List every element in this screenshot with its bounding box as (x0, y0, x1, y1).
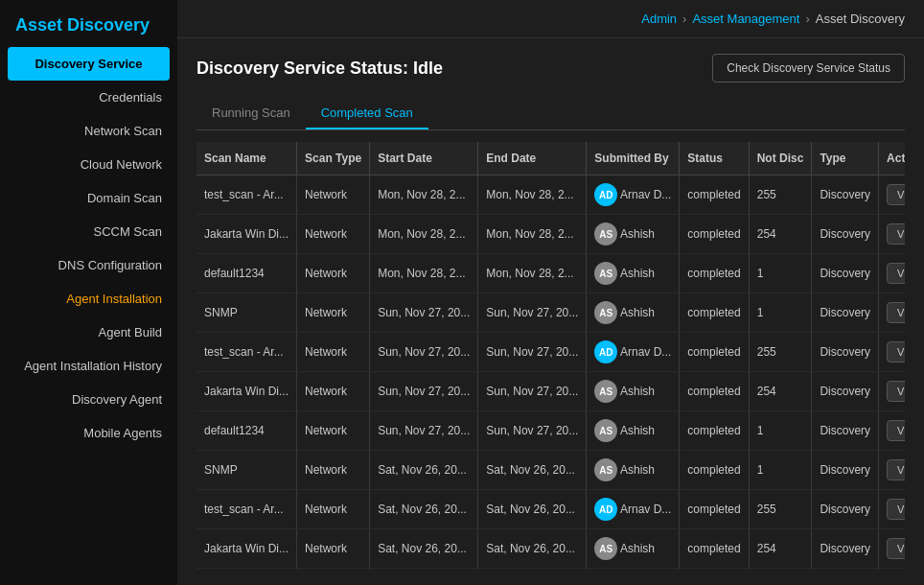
submitted-by-cell: AS Ashish (587, 451, 680, 490)
avatar: AS (594, 262, 617, 285)
actions-cell: View History (879, 372, 905, 411)
status-cell: completed (680, 529, 749, 569)
breadcrumb-current: Asset Discovery (816, 12, 905, 26)
submitted-by-cell: AS Ashish (587, 529, 680, 569)
sidebar-item-mobile-agents[interactable]: Mobile Agents (0, 416, 177, 450)
status-cell: completed (680, 176, 749, 215)
sidebar-item-agent-build[interactable]: Agent Build (0, 316, 177, 349)
end-date-cell: Sun, Nov 27, 20... (478, 411, 587, 451)
col-header-not-disc: Not Disc (749, 142, 812, 176)
tab-completed-scan[interactable]: Completed Scan (306, 98, 428, 129)
avatar: AS (594, 222, 617, 246)
not-disc-cell: 255 (749, 176, 812, 215)
sidebar-item-network-scan[interactable]: Network Scan (0, 114, 177, 148)
end-date-cell: Sat, Nov 26, 20... (478, 569, 587, 571)
scan-name-cell: test_scan - Ar... (196, 176, 297, 215)
end-date-cell: Mon, Nov 28, 2... (478, 176, 587, 215)
table-row: SNMPNetworkSun, Nov 27, 20...Sun, Nov 27… (196, 293, 905, 333)
scan-name-cell: default1234 (196, 254, 297, 293)
scan-name-cell: default1234 (196, 411, 297, 451)
sidebar-item-discovery-agent[interactable]: Discovery Agent (0, 383, 177, 416)
type-cell: Discovery (812, 333, 879, 372)
scan-type-cell: Network (297, 293, 370, 333)
not-disc-cell: 254 (749, 372, 812, 411)
start-date-cell: Sun, Nov 27, 20... (370, 293, 478, 333)
start-date-cell: Sat, Nov 26, 20... (370, 490, 478, 529)
not-disc-cell: 1 (749, 293, 812, 333)
app-title: Asset Discovery (0, 0, 177, 47)
avatar: AD (594, 498, 617, 521)
breadcrumb: Admin › Asset Management › Asset Discove… (177, 0, 924, 38)
scan-type-cell: Network (297, 529, 370, 569)
avatar: AS (594, 537, 617, 560)
view-history-button[interactable]: View History (887, 184, 905, 205)
col-header-end-date: End Date (478, 142, 587, 176)
breadcrumb-asset-management[interactable]: Asset Management (692, 12, 799, 26)
view-history-button[interactable]: View History (887, 538, 905, 559)
breadcrumb-sep-1: › (682, 12, 686, 26)
sidebar-item-domain-scan[interactable]: Domain Scan (0, 181, 177, 215)
avatar: AD (594, 340, 617, 363)
col-header-actions: Actions (879, 142, 905, 176)
status-cell: completed (680, 372, 749, 411)
table-row: Jakarta Win Di...NetworkMon, Nov 28, 2..… (196, 215, 905, 254)
type-cell: Discovery (812, 411, 879, 451)
sidebar-item-agent-installation-history[interactable]: Agent Installation History (0, 349, 177, 383)
submitted-by-cell: AS Ashish (587, 372, 680, 411)
tabs-container: Running ScanCompleted Scan (196, 98, 905, 130)
breadcrumb-sep-2: › (805, 12, 809, 26)
view-history-button[interactable]: View History (887, 263, 905, 284)
end-date-cell: Sun, Nov 27, 20... (478, 333, 587, 372)
scan-name-cell: Jakarta Win Di... (196, 529, 297, 569)
not-disc-cell: 254 (749, 215, 812, 254)
end-date-cell: Sun, Nov 27, 20... (478, 372, 587, 411)
sidebar-item-agent-installation[interactable]: Agent Installation (0, 282, 177, 316)
status-cell: completed (680, 451, 749, 490)
type-cell: Discovery (812, 451, 879, 490)
view-history-button[interactable]: View History (887, 499, 905, 520)
actions-cell: View History (879, 293, 905, 333)
breadcrumb-admin[interactable]: Admin (641, 12, 677, 26)
status-title: Discovery Service Status: Idle (196, 58, 443, 79)
table-row: test_scan - Ar...NetworkSat, Nov 26, 20.… (196, 490, 905, 529)
status-cell: completed (680, 293, 749, 333)
submitted-by-cell: AS Ashish (587, 411, 680, 451)
not-disc-cell: 1 (749, 569, 812, 571)
tab-running-scan[interactable]: Running Scan (196, 98, 306, 129)
start-date-cell: Sat, Nov 26, 20... (370, 529, 478, 569)
start-date-cell: Sun, Nov 27, 20... (370, 411, 478, 451)
sidebar-item-credentials[interactable]: Credentials (0, 81, 177, 114)
end-date-cell: Sat, Nov 26, 20... (478, 529, 587, 569)
view-history-button[interactable]: View History (887, 420, 905, 441)
end-date-cell: Sat, Nov 26, 20... (478, 490, 587, 529)
sidebar-item-cloud-network[interactable]: Cloud Network (0, 148, 177, 181)
scan-type-cell: Network (297, 411, 370, 451)
table-container: Scan NameScan TypeStart DateEnd DateSubm… (196, 142, 905, 570)
sidebar-item-sccm-scan[interactable]: SCCM Scan (0, 215, 177, 248)
type-cell: Discovery (812, 293, 879, 333)
actions-cell: View History (879, 254, 905, 293)
scan-type-cell: Network (297, 569, 370, 571)
check-discovery-button[interactable]: Check Discovery Service Status (712, 54, 905, 82)
scan-name-cell: Jakarta Win Di... (196, 215, 297, 254)
view-history-button[interactable]: View History (887, 302, 905, 323)
status-bar: Discovery Service Status: Idle Check Dis… (196, 54, 905, 82)
view-history-button[interactable]: View History (887, 381, 905, 402)
status-cell: completed (680, 490, 749, 529)
view-history-button[interactable]: View History (887, 459, 905, 480)
table-row: default1234NetworkSun, Nov 27, 20...Sun,… (196, 411, 905, 451)
actions-cell: View History (879, 490, 905, 529)
end-date-cell: Sat, Nov 26, 20... (478, 451, 587, 490)
avatar: AS (594, 301, 617, 324)
status-cell: completed (680, 254, 749, 293)
sidebar: Asset Discovery Discovery ServiceCredent… (0, 0, 177, 585)
view-history-button[interactable]: View History (887, 223, 905, 245)
view-history-button[interactable]: View History (887, 341, 905, 363)
actions-cell: View History (879, 411, 905, 451)
sidebar-item-discovery-service[interactable]: Discovery Service (8, 47, 170, 81)
sidebar-item-dns-configuration[interactable]: DNS Configuration (0, 248, 177, 282)
main-content: Admin › Asset Management › Asset Discove… (177, 0, 924, 585)
start-date-cell: Mon, Nov 28, 2... (370, 215, 478, 254)
col-header-start-date: Start Date (370, 142, 478, 176)
status-cell: completed (680, 333, 749, 372)
